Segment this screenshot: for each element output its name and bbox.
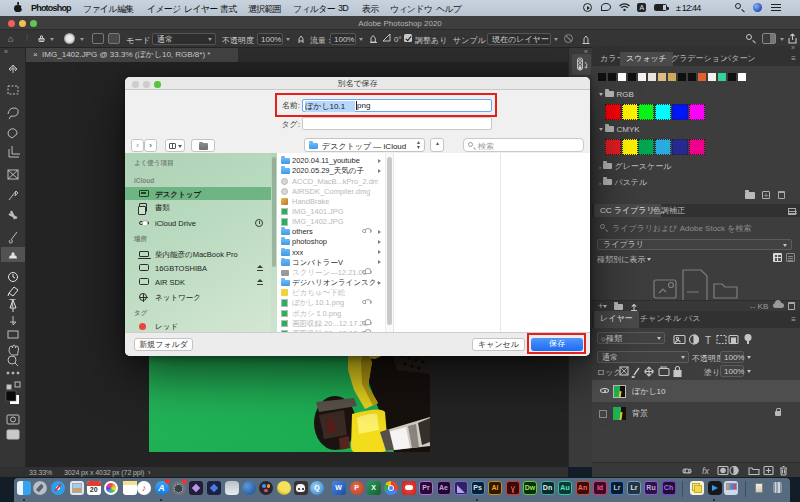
- svg-text:T: T: [705, 335, 711, 346]
- svg-text:»: »: [4, 48, 8, 55]
- svg-text:T: T: [9, 297, 16, 309]
- svg-text:fx: fx: [702, 466, 710, 476]
